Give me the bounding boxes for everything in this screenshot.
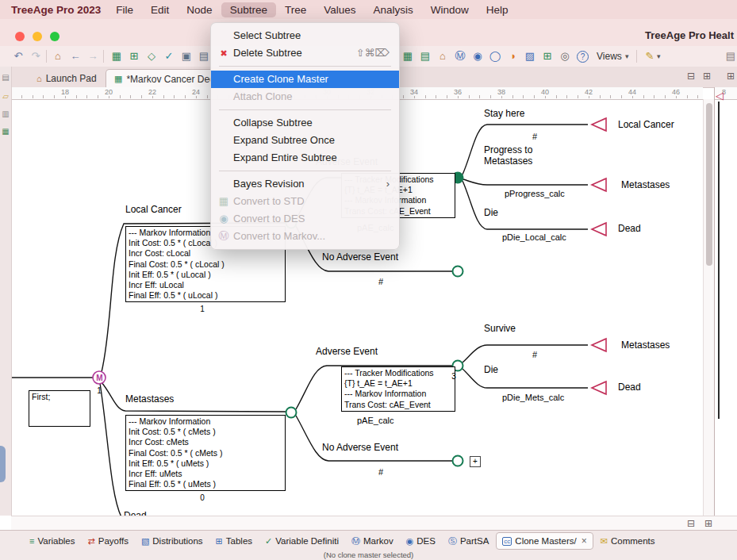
tab-partsa[interactable]: Ⓢ PartSA [443, 533, 494, 550]
tab-markov[interactable]: Ⓜ Markov [346, 533, 399, 550]
node-value-adverse-event[interactable]: 3 [447, 372, 460, 381]
terminal-label-dead-2[interactable]: Dead [618, 382, 641, 393]
check-tree-icon[interactable]: ✓ [162, 49, 176, 63]
root-node-box[interactable]: First; [29, 390, 90, 427]
tracker-box-adverse-event-mets[interactable]: --- Tracker Modifications {T} t_AE = t_A… [341, 366, 455, 412]
menu-item-convert-to-markov[interactable]: Ⓜ Convert to Markov... [211, 228, 399, 245]
layers-view-icon[interactable]: ▥ [1, 109, 10, 119]
terminal-node-dead-1[interactable] [592, 223, 606, 236]
branch-line-die-mets[interactable] [463, 369, 588, 388]
probability-die-mets[interactable]: pDie_Mets_calc [502, 393, 564, 402]
branch-line-dead[interactable] [100, 383, 125, 520]
terminal-label-metastases-1[interactable]: Metastases [621, 179, 670, 190]
menu-file[interactable]: File [107, 2, 142, 17]
menu-analysis[interactable]: Analysis [364, 2, 421, 17]
views-caret-icon[interactable]: ▾ [625, 52, 629, 60]
branch-label-no-adverse-event-mets[interactable]: No Adverse Event [322, 442, 398, 453]
markov-node-value[interactable]: 1 [94, 386, 105, 395]
tree-view-icon[interactable]: ▦ [1, 127, 10, 136]
terminal-node-metastases-1[interactable] [592, 178, 606, 191]
tab-des[interactable]: ◉ DES [401, 534, 441, 549]
terminal-label-metastases-2[interactable]: Metastases [621, 339, 670, 351]
undo-icon[interactable]: ↶ [11, 49, 25, 63]
terminal-node-metastases-2[interactable] [592, 339, 606, 351]
menu-window[interactable]: Window [422, 2, 478, 17]
menu-item-select-subtree[interactable]: Select Subtree [211, 27, 399, 44]
tab-tables[interactable]: ⊞ Tables [210, 534, 258, 549]
probability-no-adverse-event-local[interactable]: # [371, 277, 390, 286]
tree-table-icon[interactable]: ▦ [401, 49, 415, 63]
markov-tool-icon[interactable]: Ⓜ [453, 49, 467, 63]
pane-grid-icon[interactable]: ⊞ [727, 71, 735, 82]
menu-values[interactable]: Values [315, 2, 364, 17]
branch-label-local-cancer[interactable]: Local Cancer [125, 204, 182, 215]
probability-no-adverse-event-mets[interactable]: # [371, 467, 390, 477]
maximize-bottom-pane-icon[interactable]: ⊞ [704, 518, 712, 529]
menu-help[interactable]: Help [478, 2, 517, 17]
search-icon[interactable]: ◎ [558, 49, 572, 63]
markov-info-box-metastases[interactable]: --- Markov Information Init Cost: 0.5 * … [125, 415, 286, 491]
home-icon[interactable]: ⌂ [51, 49, 65, 63]
chance-node-mets[interactable] [286, 408, 297, 418]
tab-comments[interactable]: ✉ Comments [595, 534, 661, 549]
views-dropdown[interactable]: Views [597, 51, 622, 62]
folder-view-icon[interactable]: ▱ [1, 92, 10, 102]
pie-icon[interactable]: ◑ [505, 49, 520, 63]
menu-item-expand-entire-subtree[interactable]: Expand Entire Subtree [211, 149, 399, 167]
menu-tree[interactable]: Tree [276, 2, 315, 17]
menu-item-convert-to-des[interactable]: ◉ Convert to DES [211, 210, 399, 228]
menu-item-attach-clone[interactable]: Attach Clone [211, 88, 399, 105]
menu-item-bayes-revision[interactable]: Bayes Revision › [211, 175, 399, 193]
chance-node-no-ae-local[interactable] [453, 267, 463, 277]
minimize-bottom-pane-icon[interactable]: ⊟ [687, 518, 695, 529]
tab-clone-masters[interactable]: cc Clone Masters/ × [496, 532, 593, 550]
menu-subtree[interactable]: Subtree [221, 2, 276, 17]
maximize-pane-icon[interactable]: ⊞ [703, 71, 711, 82]
paint-caret-icon[interactable]: ▾ [657, 52, 661, 60]
menu-item-create-clone-master[interactable]: Create Clone Master [211, 71, 399, 88]
print-icon[interactable]: ▤ [724, 49, 737, 63]
paint-icon[interactable]: ✎ [643, 49, 657, 63]
terminal-label-local-cancer[interactable]: Local Cancer [618, 119, 674, 130]
minimize-pane-icon[interactable]: ⊟ [687, 71, 695, 82]
probability-stay-here[interactable]: # [525, 132, 544, 141]
menu-item-collapse-subtree[interactable]: Collapse Subtree [211, 114, 399, 132]
branch-line-progress[interactable] [463, 179, 588, 185]
probability-survive[interactable]: # [525, 350, 544, 359]
tab-distributions[interactable]: ▧ Distributions [136, 534, 209, 549]
add-node-icon[interactable]: ⊞ [127, 49, 141, 63]
branch-label-survive[interactable]: Survive [484, 323, 516, 334]
close-button[interactable] [15, 32, 25, 41]
scrollbar-thumb[interactable] [706, 103, 712, 266]
tab-variables[interactable]: ≡ Variables [24, 534, 81, 548]
probability-die-local[interactable]: pDie_Local_calc [502, 232, 566, 242]
expand-subtree-button[interactable]: + [470, 456, 481, 467]
minimize-button[interactable] [33, 32, 42, 41]
terminal-label-dead-1[interactable]: Dead [618, 223, 641, 234]
partsa-tool-icon[interactable]: ◯ [488, 49, 502, 63]
new-tree-icon[interactable]: ▦ [109, 49, 124, 63]
branch-label-die-local[interactable]: Die [484, 207, 498, 218]
help-icon[interactable]: ? [577, 51, 589, 63]
forward-icon[interactable]: → [86, 49, 100, 63]
tab-launch-pad[interactable]: ⌂ Launch Pad [29, 69, 105, 87]
probability-adverse-event-mets[interactable]: pAE_calc [357, 416, 393, 425]
grid-icon[interactable]: ▤ [197, 49, 211, 63]
menu-edit[interactable]: Edit [142, 2, 178, 17]
terminal-node-dead-2[interactable] [592, 382, 606, 394]
branch-label-progress[interactable]: Progress to Metastases [484, 144, 532, 167]
menu-item-expand-subtree-once[interactable]: Expand Subtree Once [211, 132, 399, 149]
collapsed-panel-handle[interactable] [0, 446, 6, 482]
branch-value-metastases[interactable]: 0 [125, 493, 279, 502]
app-menu-title[interactable]: TreeAge Pro 2023 [11, 4, 101, 16]
menu-node[interactable]: Node [178, 2, 221, 17]
close-tab-icon[interactable]: × [582, 535, 587, 547]
chance-node-no-ae-mets[interactable] [453, 456, 463, 466]
menu-item-convert-to-std[interactable]: ▦ Convert to STD [211, 193, 399, 210]
terminal-node-local-cancer[interactable] [592, 118, 606, 131]
des-tool-icon[interactable]: ◉ [470, 49, 485, 63]
probability-progress[interactable]: pProgress_calc [505, 189, 565, 198]
zoom-button[interactable] [50, 32, 59, 41]
node-list-icon[interactable]: ▤ [418, 49, 432, 63]
chart-icon[interactable]: ▨ [523, 49, 537, 63]
